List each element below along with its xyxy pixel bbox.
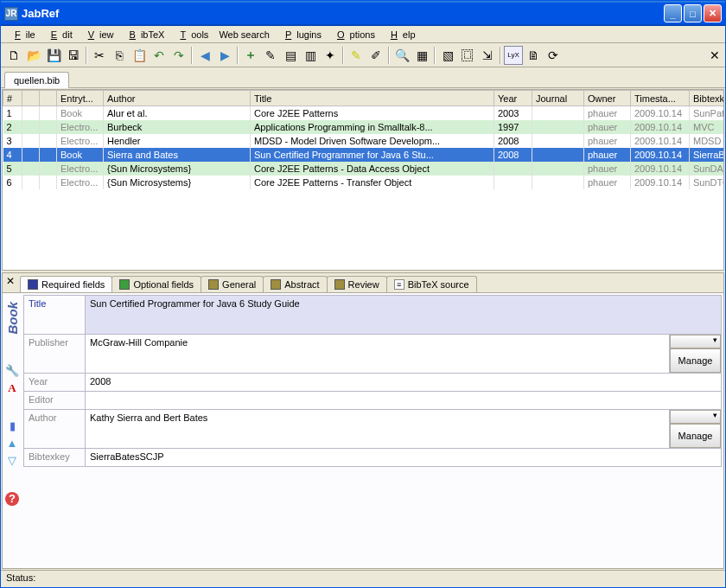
copy-icon[interactable]: ⎘ bbox=[110, 46, 129, 65]
input-author[interactable]: Kathy Sierra and Bert Bates bbox=[85, 410, 669, 448]
back-icon[interactable]: ◀ bbox=[195, 46, 214, 65]
label-editor: Editor bbox=[24, 392, 85, 409]
save-icon[interactable]: 💾 bbox=[44, 46, 63, 65]
tab-optional[interactable]: Optional fields bbox=[111, 276, 201, 292]
cut-icon[interactable]: ✂ bbox=[90, 46, 109, 65]
menu-help[interactable]: Help bbox=[380, 28, 421, 42]
minimize-button[interactable]: _ bbox=[664, 4, 682, 22]
entries-table: # Entryt... Author Title Year Journal Ow… bbox=[2, 89, 724, 271]
lyx-icon[interactable]: LyX bbox=[504, 46, 523, 65]
mark2-icon[interactable]: ✐ bbox=[366, 46, 385, 65]
note-icon[interactable]: 🗎 bbox=[524, 46, 543, 65]
menu-edit[interactable]: Edit bbox=[41, 28, 78, 42]
col-icon1[interactable] bbox=[22, 91, 40, 106]
tab-review[interactable]: Review bbox=[327, 276, 387, 292]
col-title[interactable]: Title bbox=[251, 91, 494, 106]
table-row[interactable]: 6Electro...{Sun Microsystems}Core J2EE P… bbox=[3, 176, 725, 189]
wrench-icon[interactable]: 🔧 bbox=[5, 364, 19, 378]
tab-source[interactable]: ≡BibTeX source bbox=[386, 276, 477, 292]
label-bibtexkey: Bibtexkey bbox=[24, 449, 85, 466]
cols-icon[interactable]: ▧ bbox=[438, 46, 457, 65]
tab-abstract-label: Abstract bbox=[284, 279, 319, 290]
col-author[interactable]: Author bbox=[104, 91, 251, 106]
author-manage-button[interactable]: Manage bbox=[670, 424, 721, 448]
mark1-icon[interactable]: ✎ bbox=[347, 46, 366, 65]
editor-close-icon[interactable]: ✕ bbox=[3, 273, 18, 292]
maximize-button[interactable]: □ bbox=[684, 4, 702, 22]
input-publisher[interactable]: McGraw-Hill Companie bbox=[85, 335, 669, 373]
input-editor[interactable] bbox=[85, 392, 721, 409]
col-icon2[interactable] bbox=[40, 91, 57, 106]
open-icon[interactable]: 📂 bbox=[24, 46, 43, 65]
input-bibtexkey[interactable]: SierraBatesSCJP bbox=[85, 449, 721, 466]
saveall-icon[interactable]: 🖫 bbox=[64, 46, 83, 65]
col-journal[interactable]: Journal bbox=[532, 91, 584, 106]
wand-icon[interactable]: ✦ bbox=[321, 46, 340, 65]
menu-file[interactable]: File bbox=[4, 28, 41, 42]
table-row[interactable]: 3Electro...HendlerMDSD - Model Driven So… bbox=[3, 134, 725, 148]
redo-icon[interactable]: ↷ bbox=[169, 46, 188, 65]
blue-rect-icon[interactable]: ▮ bbox=[5, 419, 19, 433]
tab-abstract[interactable]: Abstract bbox=[263, 276, 327, 292]
dup-icon[interactable]: ⿴ bbox=[458, 46, 477, 65]
menu-websearch[interactable]: Web search bbox=[213, 28, 275, 42]
new-icon[interactable]: 🗋 bbox=[4, 46, 23, 65]
tab-optional-label: Optional fields bbox=[133, 279, 194, 290]
statusbar: Status: bbox=[1, 570, 725, 587]
input-title[interactable]: Sun Certified Programmer for Java 6 Stud… bbox=[85, 296, 721, 334]
menu-tools[interactable]: Tools bbox=[169, 28, 213, 42]
help-icon[interactable]: ? bbox=[5, 492, 19, 506]
table-row[interactable]: 5Electro...{Sun Microsystems}Core J2EE P… bbox=[3, 162, 725, 176]
square-green-icon bbox=[119, 279, 130, 290]
bibtex-source-icon: ≡ bbox=[394, 279, 404, 290]
edit-entry-icon[interactable]: ✎ bbox=[261, 46, 280, 65]
input-year[interactable]: 2008 bbox=[85, 374, 721, 391]
paste-icon[interactable]: 📋 bbox=[130, 46, 149, 65]
col-entrytype[interactable]: Entryt... bbox=[57, 91, 104, 106]
menu-plugins[interactable]: Plugins bbox=[275, 28, 327, 42]
square-olive-icon bbox=[271, 279, 281, 290]
menu-view[interactable]: View bbox=[78, 28, 119, 42]
preview-icon[interactable]: ▦ bbox=[412, 46, 431, 65]
label-publisher: Publisher bbox=[24, 335, 85, 373]
toolbar-close-icon[interactable]: ✕ bbox=[710, 48, 720, 62]
pdf-icon[interactable]: A bbox=[5, 381, 19, 395]
undo-icon[interactable]: ↶ bbox=[150, 46, 169, 65]
menu-bibtex[interactable]: BibTeX bbox=[119, 28, 170, 42]
app-icon: JR bbox=[4, 7, 18, 21]
forward-icon[interactable]: ▶ bbox=[215, 46, 234, 65]
entry-type-label: Book bbox=[5, 297, 20, 340]
down-arrow-icon[interactable]: ▽ bbox=[5, 454, 19, 468]
form2-icon[interactable]: ▥ bbox=[301, 46, 320, 65]
window-title: JabRef bbox=[22, 7, 664, 20]
table-row[interactable]: 1BookAlur et al.Core J2EE Patterns2003ph… bbox=[3, 106, 725, 120]
search-icon[interactable]: 🔍 bbox=[392, 46, 411, 65]
close-button[interactable]: ✕ bbox=[704, 4, 722, 22]
table-row[interactable]: 2Electro...BurbeckApplications Programmi… bbox=[3, 120, 725, 134]
publisher-dropdown-icon[interactable]: ▾ bbox=[670, 335, 721, 348]
up-arrow-icon[interactable]: ▲ bbox=[5, 437, 19, 451]
form1-icon[interactable]: ▤ bbox=[281, 46, 300, 65]
table-row[interactable]: 4BookSierra and BatesSun Certified Progr… bbox=[3, 148, 725, 162]
col-num[interactable]: # bbox=[3, 91, 22, 106]
tab-source-label: BibTeX source bbox=[408, 279, 469, 290]
titlebar: JR JabRef _ □ ✕ bbox=[1, 1, 725, 26]
menu-options[interactable]: Options bbox=[327, 28, 380, 42]
editor-sidebar: Book 🔧 A ▮ ▲ ▽ ? bbox=[3, 293, 22, 568]
file-tab-quellen[interactable]: quellen.bib bbox=[4, 72, 69, 88]
toolbar: 🗋 📂 💾 🖫 ✂ ⎘ 📋 ↶ ↷ ◀ ▶ ＋ ✎ ▤ ▥ ✦ ✎ ✐ 🔍 ▦ … bbox=[1, 43, 725, 67]
publisher-manage-button[interactable]: Manage bbox=[670, 348, 721, 373]
col-owner[interactable]: Owner bbox=[584, 91, 631, 106]
col-timestamp[interactable]: Timesta... bbox=[631, 91, 690, 106]
col-bibtexkey[interactable]: Bibtexkey bbox=[690, 91, 725, 106]
tab-required[interactable]: Required fields bbox=[20, 276, 112, 292]
col-year[interactable]: Year bbox=[494, 91, 532, 106]
tab-general[interactable]: General bbox=[201, 276, 264, 292]
entry-editor: ✕ Required fields Optional fields Genera… bbox=[2, 272, 724, 569]
add-entry-icon[interactable]: ＋ bbox=[241, 46, 260, 65]
label-author: Author bbox=[24, 410, 85, 448]
export-icon[interactable]: ⇲ bbox=[478, 46, 497, 65]
square-blue-icon bbox=[28, 279, 38, 290]
author-dropdown-icon[interactable]: ▾ bbox=[670, 410, 721, 424]
refresh-icon[interactable]: ⟳ bbox=[544, 46, 563, 65]
